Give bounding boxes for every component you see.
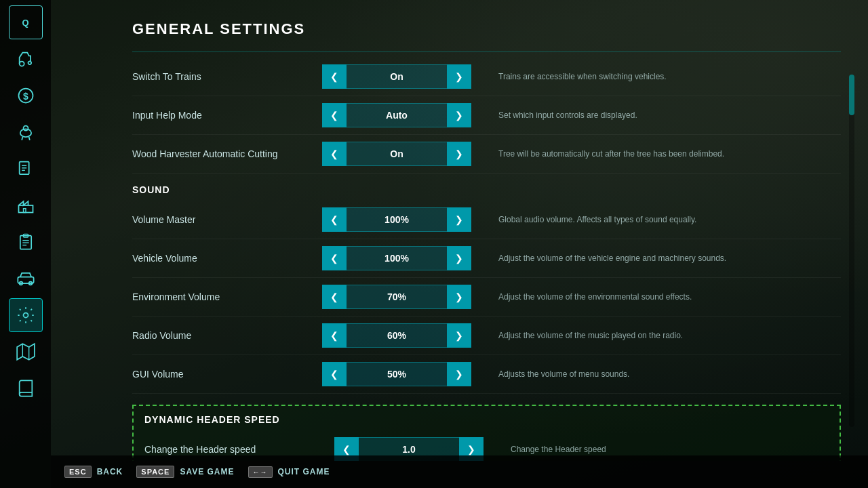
increment-switch-to-trains[interactable]: ❯ bbox=[447, 64, 471, 89]
quit-game-button[interactable]: ←→ QUIT GAME bbox=[248, 466, 330, 478]
value-gui-volume: 50% bbox=[347, 362, 447, 386]
sidebar-item-contracts[interactable] bbox=[9, 225, 43, 259]
sidebar-item-map[interactable] bbox=[9, 335, 43, 369]
increment-gui-volume[interactable]: ❯ bbox=[447, 362, 471, 386]
value-vehicle-volume: 100% bbox=[347, 246, 447, 270]
setting-control-radio-volume: ❮60%❯ bbox=[322, 323, 471, 348]
decrement-vehicle-volume[interactable]: ❮ bbox=[322, 246, 347, 270]
title-divider bbox=[132, 52, 841, 52]
sidebar-item-fields[interactable] bbox=[9, 152, 43, 186]
sidebar: Q $ bbox=[0, 0, 51, 488]
setting-row-environment-volume: Environment Volume❮70%❯Adjust the volume… bbox=[132, 278, 841, 317]
setting-desc-input-help-mode: Set which input controls are displayed. bbox=[498, 110, 841, 120]
setting-row-volume-master: Volume Master❮100%❯Global audio volume. … bbox=[132, 201, 841, 239]
quit-game-label: QUIT GAME bbox=[278, 467, 330, 476]
setting-desc-gui-volume: Adjusts the volume of menu sounds. bbox=[498, 369, 841, 379]
value-input-help-mode: Auto bbox=[347, 103, 447, 127]
decrement-gui-volume[interactable]: ❮ bbox=[322, 362, 347, 386]
save-game-label: SAVE GAME bbox=[180, 467, 234, 476]
setting-label-switch-to-trains: Switch To Trains bbox=[132, 71, 322, 82]
setting-label-environment-volume: Environment Volume bbox=[132, 291, 322, 302]
setting-row-wood-harvester: Wood Harvester Automatic Cutting❮On❯Tree… bbox=[132, 135, 841, 174]
sidebar-item-animals[interactable] bbox=[9, 115, 43, 149]
save-game-button[interactable]: SPACE SAVE GAME bbox=[136, 466, 234, 478]
setting-desc-wood-harvester: Tree will be automatically cut after the… bbox=[498, 149, 841, 159]
setting-label-gui-volume: GUI Volume bbox=[132, 369, 322, 380]
clipboard-icon bbox=[16, 232, 35, 251]
vehicle-icon bbox=[16, 269, 35, 288]
setting-control-vehicle-volume: ❮100%❯ bbox=[322, 246, 471, 270]
svg-line-6 bbox=[22, 137, 22, 140]
setting-control-environment-volume: ❮70%❯ bbox=[322, 285, 471, 309]
decrement-environment-volume[interactable]: ❮ bbox=[322, 285, 347, 309]
setting-control-volume-master: ❮100%❯ bbox=[322, 207, 471, 232]
back-button[interactable]: ESC BACK bbox=[64, 466, 123, 478]
value-environment-volume: 70% bbox=[347, 285, 447, 309]
setting-label-volume-master: Volume Master bbox=[132, 214, 322, 225]
value-wood-harvester: On bbox=[347, 142, 447, 166]
increment-environment-volume[interactable]: ❯ bbox=[447, 285, 471, 309]
setting-row-radio-volume: Radio Volume❮60%❯Adjust the volume of th… bbox=[132, 317, 841, 355]
scrollbar-thumb[interactable] bbox=[849, 75, 854, 115]
scrollbar-track[interactable] bbox=[849, 75, 854, 427]
setting-desc-switch-to-trains: Trains are accessible when switching veh… bbox=[498, 72, 841, 81]
decrement-volume-master[interactable]: ❮ bbox=[322, 207, 347, 232]
setting-row-gui-volume: GUI Volume❮50%❯Adjusts the volume of men… bbox=[132, 355, 841, 394]
book-icon bbox=[16, 159, 35, 178]
svg-text:$: $ bbox=[23, 91, 28, 102]
factory-icon bbox=[16, 196, 35, 215]
decrement-wood-harvester[interactable]: ❮ bbox=[322, 142, 347, 166]
svg-point-0 bbox=[19, 62, 24, 66]
sidebar-item-vehicles[interactable] bbox=[9, 262, 43, 296]
bottom-bar: ESC BACK SPACE SAVE GAME ←→ QUIT GAME bbox=[51, 455, 868, 488]
main-content: GENERAL SETTINGS Switch To Trains❮On❯Tra… bbox=[51, 0, 868, 461]
dynamic-section-title: DYNAMIC HEADER SPEED bbox=[144, 414, 829, 425]
cow-icon bbox=[16, 123, 35, 142]
sidebar-item-tractor[interactable] bbox=[9, 42, 43, 76]
space-key: SPACE bbox=[136, 466, 174, 478]
increment-wood-harvester[interactable]: ❯ bbox=[447, 142, 471, 166]
setting-label-radio-volume: Radio Volume bbox=[132, 330, 322, 341]
increment-vehicle-volume[interactable]: ❯ bbox=[447, 246, 471, 270]
sidebar-item-q[interactable]: Q bbox=[9, 5, 43, 39]
dynamic-section: DYNAMIC HEADER SPEED Change the Header s… bbox=[132, 405, 841, 461]
setting-control-gui-volume: ❮50%❯ bbox=[322, 362, 471, 386]
sidebar-item-production[interactable] bbox=[9, 188, 43, 222]
sidebar-item-encyclopedia[interactable] bbox=[9, 371, 43, 405]
dollar-icon: $ bbox=[16, 86, 35, 105]
decrement-input-help-mode[interactable]: ❮ bbox=[322, 103, 347, 127]
page-title: GENERAL SETTINGS bbox=[132, 20, 841, 38]
svg-point-5 bbox=[23, 126, 28, 131]
decrement-switch-to-trains[interactable]: ❮ bbox=[322, 64, 347, 89]
increment-radio-volume[interactable]: ❯ bbox=[447, 323, 471, 348]
setting-row-input-help-mode: Input Help Mode❮Auto❯Set which input con… bbox=[132, 96, 841, 135]
map-icon bbox=[16, 342, 35, 361]
svg-point-22 bbox=[23, 313, 28, 318]
decrement-radio-volume[interactable]: ❮ bbox=[322, 323, 347, 348]
value-radio-volume: 60% bbox=[347, 323, 447, 348]
sidebar-item-money[interactable]: $ bbox=[9, 79, 43, 113]
general-settings-rows: Switch To Trains❮On❯Trains are accessibl… bbox=[132, 58, 841, 174]
setting-label-vehicle-volume: Vehicle Volume bbox=[132, 253, 322, 264]
setting-label-header-speed: Change the Header speed bbox=[144, 444, 334, 455]
gear-icon bbox=[16, 306, 35, 325]
svg-point-1 bbox=[28, 62, 31, 65]
value-volume-master: 100% bbox=[347, 207, 447, 232]
tractor-icon bbox=[16, 49, 35, 68]
setting-desc-environment-volume: Adjust the volume of the environmental s… bbox=[498, 292, 841, 302]
sound-settings-rows: Volume Master❮100%❯Global audio volume. … bbox=[132, 201, 841, 394]
setting-control-input-help-mode: ❮Auto❯ bbox=[322, 103, 471, 127]
setting-desc-radio-volume: Adjust the volume of the music played on… bbox=[498, 331, 841, 340]
sidebar-item-settings[interactable] bbox=[9, 298, 43, 332]
setting-desc-header-speed: Change the Header speed bbox=[511, 445, 829, 454]
setting-desc-vehicle-volume: Adjust the volume of the vehicle engine … bbox=[498, 253, 841, 263]
setting-desc-volume-master: Global audio volume. Affects all types o… bbox=[498, 215, 841, 224]
svg-marker-23 bbox=[17, 344, 35, 359]
setting-control-switch-to-trains: ❮On❯ bbox=[322, 64, 471, 89]
esc-key: ESC bbox=[64, 466, 92, 478]
increment-input-help-mode[interactable]: ❯ bbox=[447, 103, 471, 127]
increment-volume-master[interactable]: ❯ bbox=[447, 207, 471, 232]
setting-row-switch-to-trains: Switch To Trains❮On❯Trains are accessibl… bbox=[132, 58, 841, 96]
setting-row-vehicle-volume: Vehicle Volume❮100%❯Adjust the volume of… bbox=[132, 239, 841, 278]
setting-control-wood-harvester: ❮On❯ bbox=[322, 142, 471, 166]
